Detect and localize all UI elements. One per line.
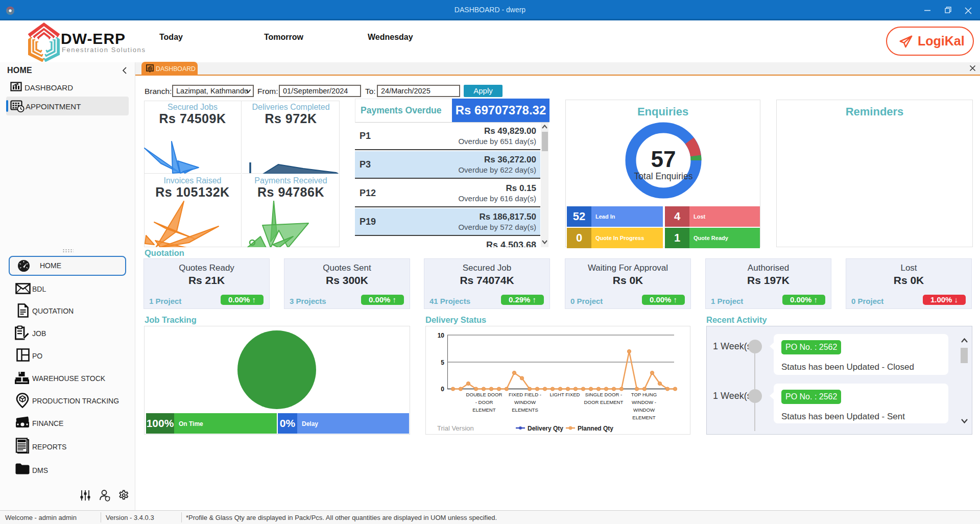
- svg-text:ELEMENT: ELEMENT: [632, 415, 655, 420]
- svg-text:ELEMENT: ELEMENT: [472, 407, 495, 413]
- svg-text:SINGLE DOOR -: SINGLE DOOR -: [585, 392, 623, 397]
- svg-text:10: 10: [438, 332, 445, 339]
- svg-text:WINDOW -: WINDOW -: [632, 399, 656, 405]
- svg-text:Trial Version: Trial Version: [437, 424, 474, 432]
- svg-text:DOUBLE DOOR: DOUBLE DOOR: [466, 392, 503, 397]
- svg-text:DOOR ELEMENT: DOOR ELEMENT: [584, 399, 624, 405]
- svg-text:Total Enquiries: Total Enquiries: [634, 171, 693, 181]
- svg-text:Planned Qty: Planned Qty: [578, 425, 613, 432]
- svg-text:WINDOW: WINDOW: [514, 399, 536, 405]
- svg-text:5: 5: [441, 359, 444, 366]
- svg-text:Delivery Qty: Delivery Qty: [528, 425, 563, 432]
- svg-text:57: 57: [651, 147, 676, 172]
- svg-text:ELEMENTS: ELEMENTS: [512, 407, 538, 413]
- svg-text:LIGHT FIXED: LIGHT FIXED: [550, 392, 580, 397]
- svg-text:WINDOW: WINDOW: [633, 407, 655, 413]
- svg-text:FIXED FIELD -: FIXED FIELD -: [509, 392, 541, 397]
- svg-text:0: 0: [441, 386, 444, 393]
- svg-text:- DOOR: - DOOR: [475, 399, 493, 405]
- svg-text:TOP HUNG: TOP HUNG: [631, 392, 657, 397]
